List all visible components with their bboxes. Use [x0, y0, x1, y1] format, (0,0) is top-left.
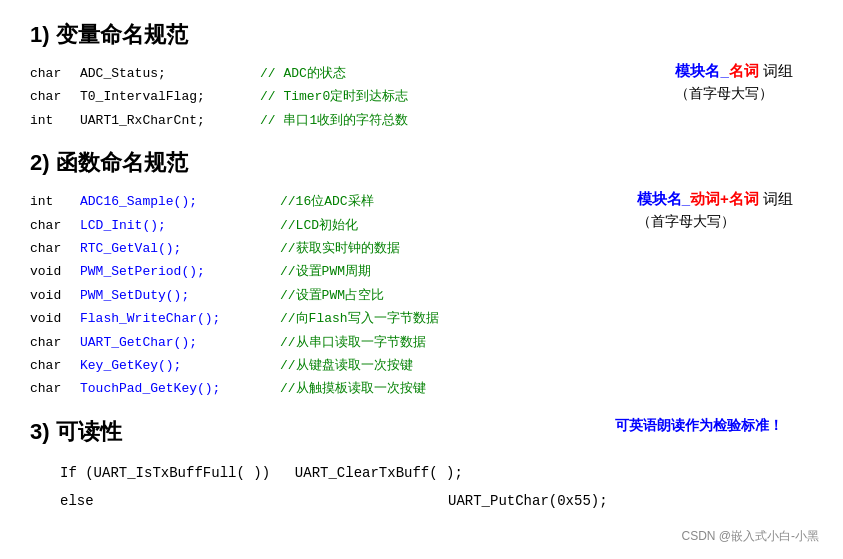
ftype-2: char	[30, 214, 80, 237]
fname-9: TouchPad_GetKey();	[80, 377, 280, 400]
example-line-2: elseUART_PutChar(0x55);	[60, 487, 813, 515]
fname-5: PWM_SetDuty();	[80, 284, 280, 307]
vars-title: 1) 变量命名规范	[30, 20, 813, 50]
type-3: int	[30, 109, 80, 132]
func-line-8: char Key_GetKey(); //从键盘读取一次按键	[30, 354, 813, 377]
keyword-if: If (UART_IsTxBuffFull( ))	[60, 459, 287, 487]
code-line-3: int UART1_RxCharCnt; // 串口1收到的字符总数	[30, 109, 813, 132]
fname-4: PWM_SetPeriod();	[80, 260, 280, 283]
ftype-7: char	[30, 331, 80, 354]
fcomment-3: //获取实时钟的数据	[280, 237, 400, 260]
ftype-8: char	[30, 354, 80, 377]
type-2: char	[30, 85, 80, 108]
readable-annotation: 可英语朗读作为检验标准！	[615, 417, 783, 435]
comment-2: // Timer0定时到达标志	[260, 85, 408, 108]
fname-6: Flash_WriteChar();	[80, 307, 280, 330]
example-line-1: If (UART_IsTxBuffFull( )) UART_ClearTxBu…	[60, 459, 813, 487]
readable-section: 3) 可读性 可英语朗读作为检验标准！ If (UART_IsTxBuffFul…	[30, 417, 813, 515]
vars-annotation: 模块名_名词 词组 （首字母大写）	[675, 62, 793, 103]
name-3: UART1_RxCharCnt;	[80, 109, 260, 132]
vars-annotation-line2: （首字母大写）	[675, 85, 793, 103]
fname-2: LCD_Init();	[80, 214, 280, 237]
comment-1: // ADC的状态	[260, 62, 346, 85]
fcomment-9: //从触摸板读取一次按键	[280, 377, 426, 400]
comment-3: // 串口1收到的字符总数	[260, 109, 408, 132]
funcs-module-red: 动词+名词	[690, 190, 759, 207]
keyword-else: else	[60, 487, 320, 515]
fcomment-7: //从串口读取一字节数据	[280, 331, 426, 354]
func-line-5: void PWM_SetDuty(); //设置PWM占空比	[30, 284, 813, 307]
fcomment-5: //设置PWM占空比	[280, 284, 384, 307]
fcomment-1: //16位ADC采样	[280, 190, 374, 213]
func-line-7: char UART_GetChar(); //从串口读取一字节数据	[30, 331, 813, 354]
func-line-9: char TouchPad_GetKey(); //从触摸板读取一次按键	[30, 377, 813, 400]
fname-7: UART_GetChar();	[80, 331, 280, 354]
vars-annotation-line1: 模块名_名词 词组	[675, 62, 793, 81]
name-1: ADC_Status;	[80, 62, 260, 85]
vars-section: 1) 变量命名规范 char ADC_Status; // ADC的状态 cha…	[30, 20, 813, 132]
ftype-9: char	[30, 377, 80, 400]
fname-1: ADC16_Sample();	[80, 190, 280, 213]
ftype-5: void	[30, 284, 80, 307]
funcs-annotation-line1: 模块名_动词+名词 词组	[637, 190, 793, 209]
call-putchar: UART_PutChar(0x55);	[448, 487, 608, 515]
funcs-annotation: 模块名_动词+名词 词组 （首字母大写）	[637, 190, 793, 231]
type-1: char	[30, 62, 80, 85]
func-line-6: void Flash_WriteChar(); //向Flash写入一字节数据	[30, 307, 813, 330]
fcomment-8: //从键盘读取一次按键	[280, 354, 413, 377]
ftype-3: char	[30, 237, 80, 260]
funcs-annotation-line2: （首字母大写）	[637, 213, 793, 231]
ftype-4: void	[30, 260, 80, 283]
fname-3: RTC_GetVal();	[80, 237, 280, 260]
name-2: T0_IntervalFlag;	[80, 85, 260, 108]
ftype-6: void	[30, 307, 80, 330]
ftype-1: int	[30, 190, 80, 213]
vars-module-red: 名词	[729, 62, 759, 79]
fcomment-2: //LCD初始化	[280, 214, 358, 237]
funcs-section: 2) 函数命名规范 int ADC16_Sample(); //16位ADC采样…	[30, 148, 813, 401]
funcs-module-blue: 模块名_	[637, 190, 690, 207]
readable-code: If (UART_IsTxBuffFull( )) UART_ClearTxBu…	[60, 459, 813, 515]
vars-module-black: 词组	[759, 62, 793, 79]
watermark: CSDN @嵌入式小白-小黑	[681, 528, 819, 545]
fcomment-4: //设置PWM周期	[280, 260, 371, 283]
funcs-title: 2) 函数命名规范	[30, 148, 813, 178]
funcs-module-black: 词组	[759, 190, 793, 207]
fname-8: Key_GetKey();	[80, 354, 280, 377]
vars-module-blue: 模块名_	[675, 62, 728, 79]
call-clear: UART_ClearTxBuff( );	[295, 459, 463, 487]
page-content: 1) 变量命名规范 char ADC_Status; // ADC的状态 cha…	[30, 20, 813, 515]
func-line-3: char RTC_GetVal(); //获取实时钟的数据	[30, 237, 813, 260]
func-line-4: void PWM_SetPeriod(); //设置PWM周期	[30, 260, 813, 283]
fcomment-6: //向Flash写入一字节数据	[280, 307, 439, 330]
